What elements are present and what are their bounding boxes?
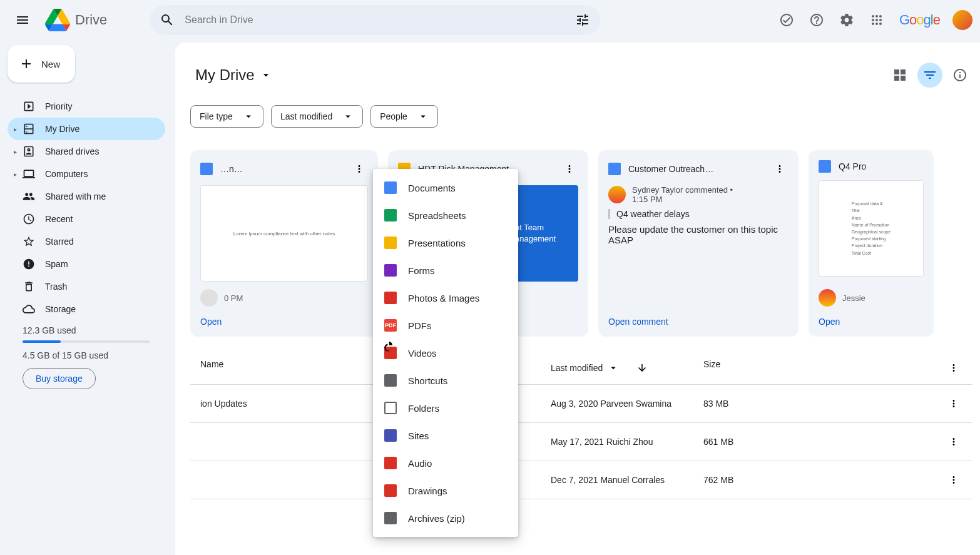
file-type-option[interactable]: Presentations [373, 229, 518, 257]
nav-label: Spam [45, 259, 68, 269]
file-type-label: PDFs [408, 320, 432, 331]
nav-computers[interactable]: ▸ Computers [8, 163, 165, 185]
open-button[interactable]: Open [819, 317, 924, 327]
doc-preview: Lorem ipsum compliance text with other n… [200, 185, 368, 282]
card-more-button[interactable] [350, 160, 368, 178]
expand-icon[interactable]: ▸ [14, 171, 17, 178]
file-type-option[interactable]: Videos [373, 339, 518, 367]
nav-priority[interactable]: Priority [8, 95, 165, 118]
nav-spam[interactable]: Spam [8, 253, 165, 275]
nav-starred[interactable]: Starred [8, 230, 165, 253]
grid-view-icon [892, 68, 907, 83]
search-box[interactable] [150, 5, 600, 35]
card-title: …n… [220, 164, 343, 174]
google-logo[interactable]: Google [899, 12, 940, 28]
chevron-down-icon [243, 111, 254, 122]
chip-file-type[interactable]: File type [190, 105, 263, 128]
file-type-label: Archives (zip) [408, 513, 465, 524]
nav-label: Shared drives [45, 146, 99, 156]
nav-trash[interactable]: Trash [8, 275, 165, 298]
recent-icon [23, 213, 35, 225]
chip-people[interactable]: People [370, 105, 438, 128]
nav-storage[interactable]: Storage [8, 298, 165, 320]
file-type-option[interactable]: Sites [373, 422, 518, 449]
suggested-card[interactable]: Customer Outreach… Sydney Taylor comment… [598, 150, 799, 337]
row-more-button[interactable] [945, 395, 962, 412]
file-type-icon [384, 237, 397, 249]
file-type-label: Sites [408, 430, 429, 441]
more-vert-icon [948, 436, 959, 447]
comment-time: 1:15 PM [632, 195, 662, 204]
drive-logo-group[interactable]: Drive [45, 8, 107, 33]
table-row[interactable]: ion Updates me Aug 3, 2020 Parveen Swami… [190, 385, 972, 423]
arrow-down-icon [636, 362, 648, 374]
breadcrumb-my-drive[interactable]: My Drive [190, 64, 277, 86]
nav-shared-drives[interactable]: ▸ Shared drives [8, 140, 165, 163]
main-menu-button[interactable] [8, 5, 38, 35]
file-type-option[interactable]: Drawings [373, 477, 518, 504]
row-more-button[interactable] [945, 471, 962, 489]
nav-label: My Drive [45, 124, 79, 134]
file-type-option[interactable]: Audio [373, 449, 518, 477]
expand-icon[interactable]: ▸ [14, 126, 17, 133]
col-modified[interactable]: Last modified [551, 359, 703, 377]
docs-icon [608, 163, 621, 175]
nav-recent[interactable]: Recent [8, 208, 165, 230]
file-type-option[interactable]: Folders [373, 394, 518, 422]
filter-chips-row: File type Last modified People [190, 105, 972, 128]
filter-icon [922, 68, 937, 83]
commenter-avatar [608, 186, 626, 203]
file-type-option[interactable]: Shortcuts [373, 367, 518, 394]
account-avatar[interactable] [952, 10, 972, 30]
expand-icon[interactable]: ▸ [14, 148, 17, 155]
search-input[interactable] [180, 14, 570, 26]
layout: New Priority ▸ My Drive ▸ Shared drives … [0, 40, 980, 555]
open-button[interactable]: Open [200, 317, 368, 327]
suggested-card[interactable]: Q4 Pro Proposal data &TitleAreaName of P… [809, 150, 934, 337]
file-type-label: Spreadsheets [408, 210, 466, 221]
file-type-option[interactable]: PDFPDFs [373, 312, 518, 339]
card-more-button[interactable] [771, 160, 789, 178]
search-button[interactable] [155, 8, 180, 33]
more-vert-icon [774, 163, 785, 175]
table-row[interactable]: me Dec 7, 2021 Manuel Corrales 762 MB [190, 461, 972, 499]
row-more-button[interactable] [945, 433, 962, 451]
file-type-icon [384, 512, 397, 524]
search-options-button[interactable] [570, 8, 595, 33]
table-more-button[interactable] [945, 359, 962, 377]
table-row[interactable]: me May 17, 2021 Ruichi Zhou 661 MB [190, 423, 972, 461]
file-type-option[interactable]: Forms [373, 257, 518, 284]
cursor-icon [383, 341, 394, 355]
file-type-option[interactable]: Archives (zip) [373, 504, 518, 532]
layout-toggle-button[interactable] [887, 63, 912, 88]
open-comment-button[interactable]: Open comment [608, 317, 789, 327]
filter-button[interactable] [917, 63, 942, 88]
sidebar: New Priority ▸ My Drive ▸ Shared drives … [0, 40, 175, 555]
card-more-button[interactable] [561, 160, 578, 178]
ready-offline-button[interactable] [774, 8, 799, 33]
spam-icon [23, 258, 35, 270]
buy-storage-button[interactable]: Buy storage [23, 368, 96, 389]
support-button[interactable] [804, 8, 829, 33]
chevron-down-icon [608, 362, 619, 374]
check-circle-icon [779, 13, 794, 28]
nav-shared-with-me[interactable]: Shared with me [8, 185, 165, 208]
file-type-option[interactable]: Documents [373, 174, 518, 201]
suggested-card[interactable]: …n… Lorem ipsum compliance text with oth… [190, 150, 378, 337]
hamburger-icon [15, 13, 30, 28]
info-button[interactable] [947, 63, 972, 88]
priority-icon [23, 100, 35, 113]
nav-my-drive[interactable]: ▸ My Drive [8, 118, 165, 140]
doc-preview: Proposal data &TitleAreaName of Promotio… [819, 180, 924, 277]
new-button-label: New [41, 59, 60, 69]
drive-logo-icon [45, 8, 70, 33]
col-size[interactable]: Size [703, 359, 945, 377]
file-type-option[interactable]: Spreadsheets [373, 201, 518, 229]
new-button[interactable]: New [8, 45, 75, 83]
more-vert-icon [948, 474, 959, 486]
file-type-option[interactable]: Photos & Images [373, 284, 518, 312]
settings-button[interactable] [834, 8, 859, 33]
comment-author: Sydney Taylor commented • [632, 185, 733, 195]
chip-last-modified[interactable]: Last modified [271, 105, 363, 128]
apps-button[interactable] [864, 8, 889, 33]
